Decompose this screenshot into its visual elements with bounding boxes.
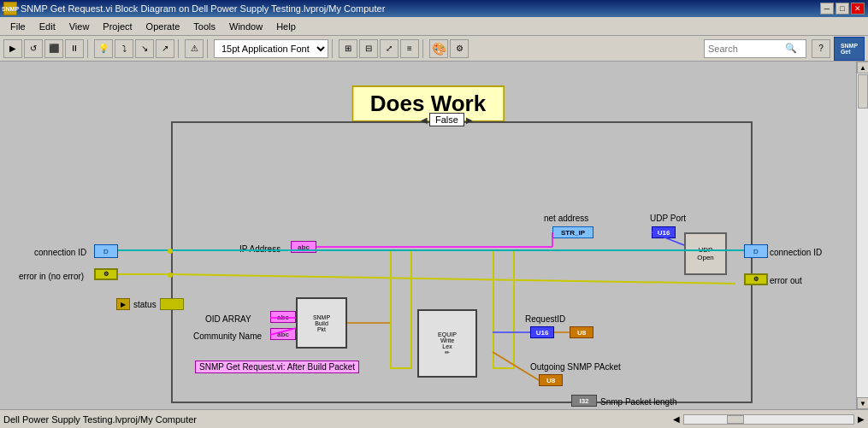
label-build-packet: SNMP Get Request.vi: After Build Packet [195, 361, 359, 373]
terminal-error-in: ⚙ [94, 268, 118, 280]
search-input[interactable] [708, 44, 785, 54]
highlight-button[interactable]: 💡 [94, 39, 113, 58]
app-icon: SNMP [3, 2, 17, 15]
resize-button[interactable]: ⤢ [380, 39, 399, 58]
scroll-right-indicator[interactable]: ▶ [858, 414, 865, 424]
scroll-thumb-horizontal[interactable] [727, 415, 744, 424]
scrollbar-vertical[interactable]: ▲ ▼ [856, 62, 868, 409]
toolbar-sep-1 [87, 39, 91, 58]
title-bar: SNMP SNMP Get Request.vi Block Diagram o… [0, 0, 868, 17]
const-oid-array: abc [270, 311, 296, 323]
case-value: False [429, 113, 464, 126]
minimize-button[interactable]: ─ [820, 3, 834, 15]
main-area: Does Work ◀ False ▶ connection ID D erro… [0, 62, 868, 409]
label-community-name: Community Name [193, 331, 262, 341]
scrollbar-horizontal[interactable] [683, 414, 854, 425]
node-i32-length: I32 [571, 395, 597, 407]
terminal-connection-id-in: D [94, 244, 118, 258]
label-oid-array: OID ARRAY [205, 314, 251, 324]
toolbar-sep-2 [178, 39, 181, 58]
terminal-udp-port: U16 [652, 226, 676, 238]
terminal-connection-id-out: D [744, 244, 768, 258]
terminal-error-out: ⚙ [744, 273, 768, 285]
label-net-address: net address [544, 214, 588, 223]
case-prev[interactable]: ◀ [421, 115, 428, 125]
color-button[interactable]: 🎨 [429, 39, 448, 58]
case-selector[interactable]: ◀ False ▶ [421, 113, 473, 126]
status-value [160, 298, 184, 310]
block-diagram-canvas[interactable]: Does Work ◀ False ▶ connection ID D erro… [0, 62, 856, 409]
array-border-right [493, 249, 515, 369]
toolbar: ▶ ↺ ⬛ ⏸ 💡 ⤵ ↘ ↗ ⚠ 15pt Application Font … [0, 36, 868, 62]
udp-open-node[interactable]: UDPOpen [684, 232, 727, 275]
junction-2 [168, 273, 173, 278]
scroll-up-button[interactable]: ▲ [857, 62, 868, 73]
step-out-button[interactable]: ↗ [156, 39, 174, 58]
junction-1 [168, 249, 173, 254]
window-title: SNMP Get Request.vi Block Diagram on Del… [21, 3, 820, 14]
menu-file[interactable]: File [3, 20, 32, 33]
status-group: ▶ status [116, 298, 184, 310]
label-status: status [133, 300, 156, 309]
close-button[interactable]: ✕ [851, 3, 865, 15]
menu-view[interactable]: View [62, 20, 97, 33]
search-icon[interactable]: 🔍 [785, 43, 797, 54]
status-indicator: ▶ [116, 298, 130, 310]
const-community-name: abc [270, 328, 296, 340]
run-button[interactable]: ▶ [3, 39, 22, 58]
label-error-in: error in (no error) [19, 272, 84, 281]
label-outgoing-packet: Outgoing SNMP PAcket [530, 362, 621, 372]
case-next[interactable]: ▶ [466, 115, 473, 125]
label-ip-address: IP Address [239, 244, 280, 254]
menu-tools[interactable]: Tools [186, 20, 222, 33]
menu-project[interactable]: Project [96, 20, 139, 33]
menu-bar: File Edit View Project Operate Tools Win… [0, 17, 868, 36]
label-connection-id-in: connection ID [34, 248, 86, 257]
scroll-thumb-vertical[interactable] [858, 74, 868, 108]
toolbar-sep-3 [207, 39, 210, 58]
status-bar: Dell Power Supply Testing.lvproj/My Comp… [0, 409, 868, 428]
snmp-icon: SNMPGet [834, 37, 865, 61]
pause-button[interactable]: ⏸ [65, 39, 84, 58]
toolbar-sep-5 [422, 39, 426, 58]
const-request-id: U16 [530, 326, 554, 338]
help-button[interactable]: ? [812, 39, 830, 58]
label-snmp-packet-length: Snmp Packet length [600, 397, 677, 407]
window-controls: ─ □ ✕ [820, 3, 865, 15]
node-u8-reqid: U8 [570, 326, 593, 338]
menu-edit[interactable]: Edit [32, 20, 62, 33]
menu-operate[interactable]: Operate [139, 20, 187, 33]
scroll-left-indicator[interactable]: ◀ [673, 414, 680, 424]
terminal-net-address: STR_IP [552, 226, 593, 238]
scroll-track-vertical [857, 73, 868, 397]
align-button[interactable]: ⊞ [339, 39, 357, 58]
reorder-button[interactable]: ≡ [400, 39, 419, 58]
scroll-down-button[interactable]: ▼ [857, 397, 868, 409]
toolbar-sep-4 [332, 39, 335, 58]
extra-button[interactable]: ⚙ [450, 39, 469, 58]
equip-write-node[interactable]: EQUIPWriteLex✏ [417, 309, 477, 378]
font-select[interactable]: 15pt Application Font [214, 39, 328, 58]
distribute-button[interactable]: ⊟ [359, 39, 378, 58]
label-error-out: error out [770, 276, 802, 285]
array-border-left [390, 249, 412, 369]
label-request-id: RequestID [525, 314, 565, 324]
maximize-button[interactable]: □ [836, 3, 849, 15]
node-u8-packet: U8 [539, 374, 563, 386]
abort-button[interactable]: ⬛ [44, 39, 63, 58]
run-continuous-button[interactable]: ↺ [24, 39, 43, 58]
label-udp-port: UDP Port [650, 214, 686, 223]
label-connection-id-out: connection ID [770, 248, 822, 257]
const-ip-address: abc [291, 241, 316, 253]
step-into-button[interactable]: ↘ [135, 39, 154, 58]
build-packet-subvi[interactable]: SNMPBuildPkt [296, 297, 347, 349]
status-text: Dell Power Supply Testing.lvproj/My Comp… [3, 414, 673, 425]
menu-help[interactable]: Help [269, 20, 303, 33]
step-over-button[interactable]: ⤵ [115, 39, 133, 58]
warn-button[interactable]: ⚠ [185, 39, 204, 58]
search-box[interactable]: 🔍 [704, 39, 806, 58]
menu-window[interactable]: Window [222, 20, 269, 33]
